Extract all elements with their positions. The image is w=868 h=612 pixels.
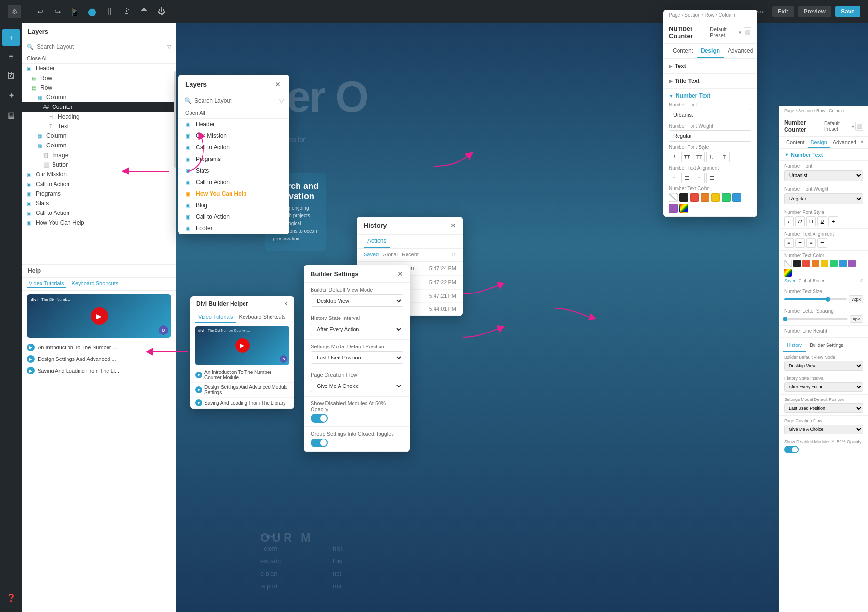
dh-list-item-2[interactable]: ▶ Design Settings And Advanced Module Se… bbox=[190, 383, 294, 398]
hp-global-tab[interactable]: Global bbox=[382, 252, 398, 258]
color-swatch-red[interactable] bbox=[690, 193, 699, 202]
undo-icon[interactable]: ↩ bbox=[33, 5, 47, 18]
layer-cta2[interactable]: ▣ Call to Action bbox=[22, 208, 176, 218]
color-swatch-white[interactable] bbox=[669, 193, 678, 202]
sidebar-layouts-icon[interactable]: ▦ bbox=[2, 106, 20, 123]
sidebar-add-icon[interactable]: ＋ bbox=[2, 29, 20, 46]
dp-right-ls-value[interactable]: 0px bbox=[850, 315, 863, 323]
sidebar-help-icon[interactable]: ❓ bbox=[2, 589, 20, 606]
dp-right-align-right[interactable]: ≡ bbox=[806, 238, 816, 248]
layer-column-1[interactable]: ▦ Column bbox=[22, 93, 176, 102]
dp-right-global-btn[interactable]: Global bbox=[799, 279, 811, 283]
layers-popup-close[interactable]: ✕ bbox=[273, 80, 283, 89]
layers-popup-search[interactable]: 🔍 Search Layout ▽ bbox=[178, 94, 289, 107]
dh-keyboard-tab[interactable]: Keyboard Shortcuts bbox=[236, 311, 289, 323]
hp-close-btn[interactable]: ✕ bbox=[450, 222, 456, 229]
layer-column-2[interactable]: ▦ Column bbox=[22, 131, 176, 141]
filter-icon-small[interactable]: ▽ bbox=[167, 44, 171, 50]
underline-btn[interactable]: U bbox=[706, 152, 717, 162]
dp-preset-square[interactable]: ⬜ bbox=[744, 27, 751, 37]
dp-right-swatch-9[interactable] bbox=[784, 269, 792, 277]
dp-right-align-center[interactable]: ☰ bbox=[795, 238, 805, 248]
lock-icon[interactable]: || bbox=[103, 5, 116, 18]
hp-refresh-icon[interactable]: ↺ bbox=[451, 252, 456, 258]
dp-text-header[interactable]: ▶ Text bbox=[669, 63, 751, 69]
dh-video-thumb[interactable]: divi The Divi Number Counter ... ▶ D bbox=[195, 326, 289, 365]
layer-heading[interactable]: H Heading bbox=[22, 112, 176, 121]
popup-layer-our-mission[interactable]: ▣ Our Mission bbox=[178, 130, 289, 142]
color-swatch-purple[interactable] bbox=[669, 204, 678, 213]
color-swatch-yellow[interactable] bbox=[711, 193, 720, 202]
video-list-item-1[interactable]: ▶ An Introduction To The Number ... bbox=[22, 342, 176, 353]
layer-stats[interactable]: ▣ Stats bbox=[22, 199, 176, 208]
dp-right-uppercase[interactable]: TT bbox=[806, 216, 816, 226]
layer-button[interactable]: ⬜ Button bbox=[22, 160, 176, 170]
redo-icon[interactable]: ↪ bbox=[51, 5, 64, 18]
dp-right-align-justify[interactable]: ☰ bbox=[817, 238, 827, 248]
layer-row-1[interactable]: ▤ Row bbox=[22, 73, 176, 83]
dp-right-saved-btn[interactable]: Saved bbox=[784, 279, 797, 283]
dp-right-bold-italic[interactable]: TT bbox=[795, 216, 805, 226]
hp-recent-tab[interactable]: Recent bbox=[402, 252, 419, 258]
settings-toggle-icon[interactable]: ⬤ bbox=[85, 5, 99, 18]
popup-layer-programs[interactable]: ▣ Programs bbox=[178, 153, 289, 165]
popup-layer-blog[interactable]: ▣ Blog bbox=[178, 200, 289, 211]
align-left-btn[interactable]: ≡ bbox=[669, 173, 679, 183]
main-video-thumbnail[interactable]: divi The Divi Numb... ▶ D bbox=[27, 294, 171, 338]
history-toolbar-icon[interactable]: ⏱ bbox=[120, 5, 134, 18]
layer-cta[interactable]: ▣ Call to Action bbox=[22, 179, 176, 189]
video-play-button[interactable]: ▶ bbox=[91, 307, 108, 325]
layers-search-input[interactable] bbox=[37, 43, 164, 50]
dp-right-preset-arrow[interactable]: ▾ bbox=[852, 124, 854, 129]
color-swatch-rainbow[interactable] bbox=[679, 204, 688, 213]
dp-right-content-tab[interactable]: Content bbox=[783, 137, 808, 148]
layer-column-3[interactable]: ▦ Column bbox=[22, 141, 176, 150]
video-tutorials-tab[interactable]: Video Tutorials bbox=[27, 279, 66, 288]
layer-our-mission[interactable]: ▣ Our Mission bbox=[22, 170, 176, 179]
dp-right-sd-toggle[interactable] bbox=[784, 446, 799, 453]
dp-right-ls-slider[interactable] bbox=[784, 318, 848, 320]
sidebar-modules-icon[interactable]: ✦ bbox=[2, 87, 20, 104]
video-list-item-3[interactable]: ▶ Saving And Loading From The Li... bbox=[22, 365, 176, 376]
dp-right-swatch-8[interactable] bbox=[848, 260, 856, 267]
keyboard-shortcuts-tab[interactable]: Keyboard Shortcuts bbox=[70, 279, 121, 288]
dp-right-recent-btn[interactable]: Recent bbox=[813, 279, 827, 283]
layer-programs[interactable]: ▣ Programs bbox=[22, 189, 176, 199]
tablet-icon[interactable]: 📱 bbox=[68, 5, 81, 18]
dp-right-swatch-5[interactable] bbox=[821, 260, 828, 267]
color-swatch-blue[interactable] bbox=[732, 193, 741, 202]
save-button[interactable]: Save bbox=[835, 6, 860, 17]
dp-right-swatch-2[interactable] bbox=[793, 260, 801, 267]
dp-title-text-header[interactable]: ▶ Title Text bbox=[669, 78, 751, 84]
layers-search-row[interactable]: 🔍 ▽ bbox=[22, 40, 176, 53]
dp-right-bs-hi-select[interactable]: After Every Action bbox=[784, 382, 863, 392]
dh-list-item-3[interactable]: ▶ Saving And Loading From The Library bbox=[190, 398, 294, 409]
popup-layer-how-you[interactable]: ▣ How You Can Help bbox=[178, 188, 289, 200]
power-toolbar-icon[interactable]: ⏻ bbox=[155, 5, 168, 18]
strikethrough-btn[interactable]: T bbox=[719, 152, 730, 162]
dp-right-size-slider[interactable] bbox=[784, 298, 847, 300]
dp-right-strike[interactable]: T bbox=[828, 216, 838, 226]
dp-right-size-value[interactable]: 72px bbox=[849, 295, 863, 303]
dh-close-btn[interactable]: ✕ bbox=[284, 300, 288, 307]
dp-right-weight-select[interactable]: Regular bbox=[784, 193, 863, 204]
popup-layer-cta2[interactable]: ▣ Call to Action bbox=[178, 176, 289, 188]
popup-layer-cta3[interactable]: ▣ Call to Action bbox=[178, 211, 289, 223]
hp-saved-tab[interactable]: Saved bbox=[364, 252, 379, 258]
dp-right-italic[interactable]: I bbox=[784, 216, 794, 226]
popup-layer-stats[interactable]: ▣ Stats bbox=[178, 165, 289, 176]
dh-play-btn[interactable]: ▶ bbox=[235, 338, 250, 353]
uppercase-btn[interactable]: TT bbox=[694, 152, 705, 162]
sidebar-layers-icon[interactable]: ≡ bbox=[2, 48, 20, 66]
dp-number-text-header[interactable]: ▼ Number Text bbox=[669, 93, 751, 99]
dp-right-underline[interactable]: U bbox=[817, 216, 827, 226]
dp-tab-content[interactable]: Content bbox=[669, 44, 697, 58]
dp-right-builder-tab[interactable]: Builder Settings bbox=[806, 340, 847, 352]
layer-image[interactable]: 🖼 Image bbox=[22, 150, 176, 160]
dp-right-bs-mp-select[interactable]: Last Used Position bbox=[784, 403, 863, 413]
dp-right-swatch-6[interactable] bbox=[830, 260, 838, 267]
dp-right-swatch-4[interactable] bbox=[812, 260, 819, 267]
dp-right-more[interactable]: ▾ bbox=[860, 137, 864, 148]
popup-layer-header[interactable]: ▣ Header bbox=[178, 119, 289, 130]
trash-toolbar-icon[interactable]: 🗑 bbox=[137, 5, 151, 18]
